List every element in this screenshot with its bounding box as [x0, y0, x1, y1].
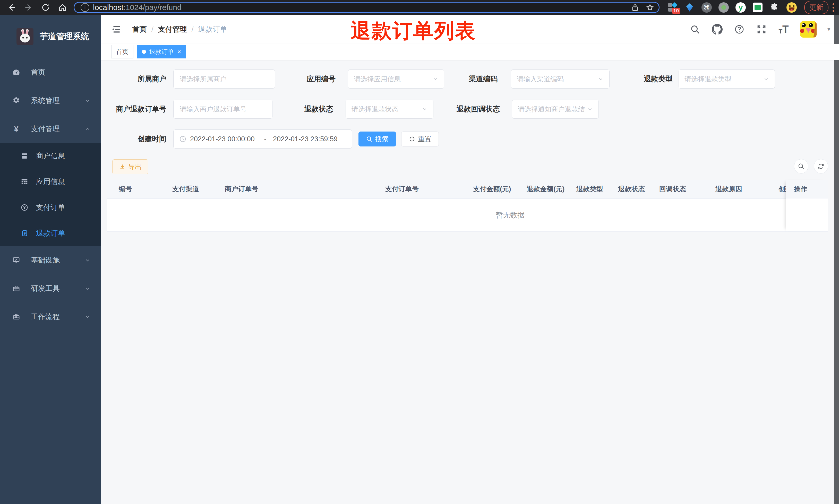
help-icon[interactable] [734, 24, 745, 35]
export-button[interactable]: 导出 [112, 159, 148, 174]
col-action: 操作 [786, 180, 828, 198]
chevron-down-icon [763, 76, 769, 82]
sidebar-item-merchant-info[interactable]: 商户信息 [0, 143, 101, 169]
refund-table: 编号 支付渠道 商户订单号 支付订单号 支付金额(元) 退款金额(元) 退款类型… [107, 180, 828, 232]
yen-icon: ¥ [12, 125, 21, 133]
browser-menu-icon[interactable] [833, 3, 834, 12]
tag-refund-order[interactable]: 退款订单 × [137, 45, 186, 58]
show-search-toggle-button[interactable] [794, 159, 808, 174]
browser-back-button[interactable] [7, 3, 17, 12]
fullscreen-icon[interactable] [756, 24, 767, 35]
browser-reload-button[interactable] [41, 3, 51, 12]
sidebar-item-devtools[interactable]: 研发工具 [0, 274, 101, 303]
sidebar-item-infra[interactable]: 基础设施 [0, 246, 101, 274]
avatar-caret-icon[interactable]: ▾ [827, 26, 830, 33]
browser-toolbar: i localhost:1024/pay/refund 10 ⌘ [0, 0, 839, 15]
search-button[interactable]: 搜索 [358, 131, 396, 146]
breadcrumb: 首页 / 支付管理 / 退款订单 [132, 24, 227, 34]
label-merchant-refund-no: 商户退款订单号 [107, 100, 166, 119]
chevron-down-icon [422, 106, 428, 112]
browser-forward-button[interactable] [24, 3, 34, 12]
extension-command-icon[interactable]: ⌘ [701, 2, 712, 13]
reset-button[interactable]: 重置 [401, 131, 439, 146]
font-size-icon[interactable]: TT [778, 24, 789, 35]
extension-chat-icon[interactable] [752, 2, 763, 13]
extension-grid-icon[interactable]: 10 [667, 2, 678, 13]
col-refund-type: 退款类型 [576, 180, 603, 198]
col-refund-amount: 退款金额(元) [526, 180, 565, 198]
sidebar-item-pay[interactable]: ¥ 支付管理 [0, 115, 101, 143]
label-refund-type: 退款类型 [591, 70, 673, 89]
fixed-action-column: 操作 [786, 180, 828, 231]
col-pay-amount: 支付金额(元) [473, 180, 511, 198]
col-channel: 支付渠道 [172, 180, 199, 198]
pay-submenu: 商户信息 应用信息 支付订单 退款订单 [0, 143, 101, 246]
dashboard-icon [12, 68, 21, 77]
extension-emoji-icon[interactable] [786, 2, 797, 13]
merchant-refund-no-field[interactable] [173, 100, 272, 119]
address-bar[interactable]: i localhost:1024/pay/refund [74, 2, 660, 13]
label-create-time: 创建时间 [107, 129, 166, 148]
sidebar-item-refund-order[interactable]: 退款订单 [0, 220, 101, 246]
col-pay-order-no: 支付订单号 [385, 180, 419, 198]
app-logo[interactable]: 芋道管理系统 [0, 15, 101, 58]
page-annotation-title: 退款订单列表 [351, 18, 476, 44]
col-refund-status: 退款状态 [618, 180, 645, 198]
extensions-puzzle-icon[interactable] [769, 2, 780, 13]
user-avatar[interactable] [800, 21, 817, 38]
create-time-range-picker[interactable]: 2022-01-23 00:00:00 - 2022-01-23 23:59:5… [173, 129, 352, 148]
breadcrumb-current: 退款订单 [198, 24, 227, 34]
table-header-row: 编号 支付渠道 商户订单号 支付订单号 支付金额(元) 退款金额(元) 退款类型… [107, 180, 828, 199]
label-merchant: 所属商户 [107, 70, 166, 89]
merchant-input[interactable] [179, 75, 269, 84]
tag-home[interactable]: 首页 [111, 45, 133, 58]
sidebar-item-pay-order[interactable]: 支付订单 [0, 195, 101, 220]
sidebar-item-app-info[interactable]: 应用信息 [0, 169, 101, 195]
date-range-separator: - [257, 135, 273, 143]
tag-close-icon[interactable]: × [177, 48, 181, 55]
refund-status-select[interactable]: 请选择退款状态 [345, 100, 433, 119]
merchant-select[interactable] [173, 70, 275, 89]
col-refund-reason: 退款原因 [715, 180, 742, 198]
notify-status-select[interactable]: 请选择通知商户退款结果 [512, 100, 599, 119]
merchant-refund-no-input[interactable] [179, 105, 267, 113]
app-title: 芋道管理系统 [40, 31, 89, 42]
bookmark-star-icon[interactable] [646, 3, 654, 12]
site-info-icon[interactable]: i [81, 3, 89, 12]
extension-badge: 10 [672, 8, 680, 14]
window-scrollbar[interactable] [834, 15, 839, 504]
sidebar-item-system[interactable]: 系统管理 [0, 87, 101, 115]
tags-view-bar: 首页 退款订单 × [101, 44, 839, 60]
extension-record-icon[interactable] [718, 2, 729, 13]
share-icon[interactable] [631, 3, 639, 12]
date-end-value: 2022-01-23 23:59:59 [273, 135, 340, 143]
breadcrumb-pay[interactable]: 支付管理 [158, 24, 187, 34]
empty-state-text: 暂无数据 [149, 199, 839, 231]
browser-update-button[interactable]: 更新 [804, 1, 828, 14]
github-icon[interactable] [712, 24, 723, 35]
chevron-down-icon [85, 286, 91, 292]
extension-y-icon[interactable]: y [735, 2, 746, 13]
browser-home-button[interactable] [58, 3, 68, 12]
sidebar-collapse-icon[interactable] [109, 22, 124, 37]
grid-table-icon [20, 177, 29, 186]
briefcase-icon [12, 312, 21, 321]
document-icon [20, 229, 29, 238]
sidebar: 芋道管理系统 首页 系统管理 ¥ 支付管理 [0, 15, 101, 504]
yen-circle-icon [20, 203, 29, 212]
logo-rabbit-image [17, 28, 34, 45]
search-icon[interactable] [690, 24, 701, 35]
breadcrumb-home[interactable]: 首页 [132, 24, 147, 34]
label-refund-status: 退款状态 [272, 100, 333, 119]
shop-icon [20, 151, 29, 160]
table-body: 暂无数据 [107, 199, 828, 232]
label-notify-status: 退款回调状态 [429, 100, 500, 119]
col-callback-status: 回调状态 [659, 180, 686, 198]
sidebar-item-workflow[interactable]: 工作流程 [0, 303, 101, 331]
refresh-button[interactable] [814, 159, 828, 174]
sidebar-item-home[interactable]: 首页 [0, 58, 101, 87]
refund-type-select[interactable]: 请选择退款类型 [679, 70, 775, 89]
label-channel: 渠道编码 [429, 70, 498, 89]
extension-kite-icon[interactable] [684, 2, 695, 13]
col-merchant-order-no: 商户订单号 [225, 180, 258, 198]
